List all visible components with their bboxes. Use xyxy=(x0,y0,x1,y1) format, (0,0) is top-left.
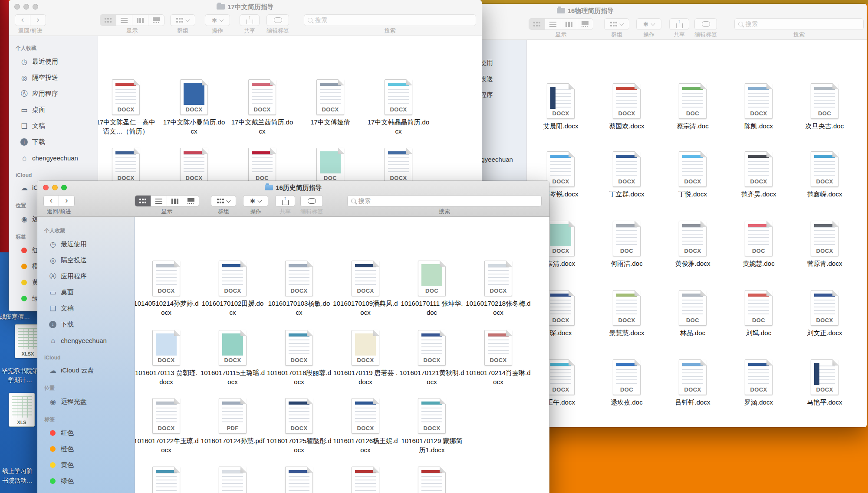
share-button[interactable] xyxy=(275,195,295,207)
sidebar-item-下载[interactable]: ↓下载 xyxy=(9,134,98,150)
file-item[interactable]: DOC逯玫孜.doc xyxy=(594,359,659,407)
back-button[interactable]: ‹ xyxy=(15,14,30,26)
sidebar-item-橙色[interactable]: 橙色 xyxy=(37,441,135,457)
file-item[interactable]: DOCX10160170133张艳珍.docx xyxy=(399,467,464,493)
group-button[interactable] xyxy=(604,18,629,30)
file-item[interactable]: DOCX吕钎钎.docx xyxy=(660,359,725,407)
sidebar-item-下载[interactable]: ↓下载 xyxy=(37,317,135,333)
file-item[interactable]: DOCX10160170131王丝语.docx xyxy=(266,467,332,493)
action-button[interactable]: ✱ xyxy=(205,14,230,26)
share-button[interactable] xyxy=(669,18,689,30)
file-item[interactable]: DOCX17中文戴兰茜简历.docx xyxy=(230,79,295,136)
file-item[interactable]: DOC刘斌.doc xyxy=(726,290,791,337)
desktop-file-icon[interactable]: XLS xyxy=(9,393,35,427)
file-item[interactable]: DOCX10160170122牛玉琼.docx xyxy=(135,398,199,454)
sidebar-item-应用程序[interactable]: Ⓐ应用程序 xyxy=(9,86,98,102)
file-item[interactable]: DOCX10160170103杨敏.docx xyxy=(266,261,332,317)
icon-view-button[interactable] xyxy=(529,19,545,29)
file-item[interactable]: DOCX10160170121黄秋明.docx xyxy=(399,330,464,386)
sidebar-item-chengyeechuan[interactable]: ⌂chengyeechuan xyxy=(9,150,98,166)
file-item[interactable]: DOCX17中文陈圣仁—高中语文…（简历） xyxy=(98,79,158,136)
file-item[interactable]: DOC蔡宗涛.doc xyxy=(660,83,725,131)
file-item[interactable]: DOCX范鑫嵘.docx xyxy=(792,151,857,199)
file-item[interactable]: DOCX10160170109潘典凤.docx xyxy=(333,261,398,317)
file-item[interactable]: DOCX10160170126杨王妮.docx xyxy=(333,398,398,454)
sidebar-item-iCloud 云盘[interactable]: ☁iCloud 云盘 xyxy=(37,362,135,379)
list-view-button[interactable] xyxy=(116,15,132,26)
file-item[interactable]: DOC何雨洁.doc xyxy=(594,221,659,268)
sidebar-item-文稿[interactable]: ❑文稿 xyxy=(9,118,98,134)
file-item[interactable]: DOCX丁立群.docx xyxy=(594,151,659,199)
sidebar-item-远程光盘[interactable]: ◉远程光盘 xyxy=(37,394,135,410)
edit-tags-button[interactable] xyxy=(694,18,717,30)
file-item[interactable]: DOC10160170130罗微.doc xyxy=(200,467,265,493)
file-item[interactable]: DOCX丁悦.docx xyxy=(660,151,725,199)
file-item[interactable]: DOCX10160170118段丽蓉.docx xyxy=(266,330,332,386)
edit-tags-button[interactable] xyxy=(300,195,323,207)
list-view-button[interactable] xyxy=(151,196,167,206)
gallery-view-button[interactable] xyxy=(577,19,593,29)
action-button[interactable]: ✱ xyxy=(243,195,268,207)
icon-view-button[interactable] xyxy=(100,15,116,26)
file-item[interactable]: DOC林晶.doc xyxy=(660,290,725,337)
sidebar-item-隔空投送[interactable]: ◎隔空投送 xyxy=(37,252,135,268)
group-button[interactable] xyxy=(170,14,195,26)
gallery-view-button[interactable] xyxy=(183,196,199,206)
icon-view-button[interactable] xyxy=(135,196,151,206)
file-item[interactable]: DOCX10160170129 蒙娜简历1.docx xyxy=(399,398,464,454)
file-item[interactable]: DOCX范齐昊.docx xyxy=(726,151,791,199)
file-item[interactable]: DOC10160170111 张坤华.doc xyxy=(399,261,464,317)
desktop-icon-label[interactable]: 学期计… xyxy=(0,375,41,385)
file-item[interactable]: PDF10160170124孙慧.pdf xyxy=(200,398,265,445)
file-item[interactable]: DOCX马艳平.docx xyxy=(792,359,857,407)
column-view-button[interactable] xyxy=(167,196,183,206)
file-item[interactable]: DOCX罗涵.docx xyxy=(726,359,791,407)
file-item[interactable]: DOCX菅原青.docx xyxy=(792,221,857,268)
file-item[interactable]: DOCX10160170115王璐瑶.docx xyxy=(200,330,265,386)
sidebar-item-桌面[interactable]: ▭桌面 xyxy=(9,102,98,118)
sidebar-item-应用程序[interactable]: Ⓐ应用程序 xyxy=(37,268,135,284)
sidebar-item-桌面[interactable]: ▭桌面 xyxy=(37,284,135,300)
sidebar-item-绿色[interactable]: 绿色 xyxy=(37,473,135,489)
forward-button[interactable]: › xyxy=(59,195,75,207)
file-item[interactable]: DOCX17中文陈小曼简历.docx xyxy=(161,79,227,136)
desktop-file-icon[interactable]: XLSX xyxy=(15,324,41,358)
desktop-icon-label[interactable]: 线上学习阶 xyxy=(0,467,38,476)
list-view-button[interactable] xyxy=(545,19,561,29)
file-item[interactable]: DOCX10160170113 贾朝瑾.docx xyxy=(135,330,199,386)
sidebar-item-红色[interactable]: 红色 xyxy=(37,425,135,441)
sidebar-item-最近使用[interactable]: ◷最近使用 xyxy=(9,54,98,70)
file-item[interactable]: DOCX10160170102田媛.docx xyxy=(200,261,265,317)
edit-tags-button[interactable] xyxy=(266,14,289,26)
sidebar-item-黄色[interactable]: 黄色 xyxy=(37,457,135,473)
file-item[interactable]: DOCX10160170214肖雯琳.docx xyxy=(466,330,531,386)
file-item[interactable]: DOCX艾晨阳.docx xyxy=(528,83,593,131)
file-item[interactable]: DOCX17中文傅娅倩 xyxy=(298,79,363,127)
file-item[interactable]: DOCX黄俊雅.docx xyxy=(660,221,725,268)
file-item[interactable]: DOC次旦央吉.doc xyxy=(792,83,857,131)
column-view-button[interactable] xyxy=(561,19,577,29)
search-input[interactable]: 搜索 xyxy=(734,18,864,30)
sidebar-item-文稿[interactable]: ❑文稿 xyxy=(37,300,135,317)
file-item[interactable]: DOC黄婉慧.doc xyxy=(726,221,791,268)
share-button[interactable] xyxy=(240,14,260,26)
sidebar-item-chengyeechuan[interactable]: ⌂chengyeechuan xyxy=(37,333,135,349)
sidebar-item-最近使用[interactable]: ◷最近使用 xyxy=(37,236,135,252)
finder-window-16-history[interactable]: 16历史简历指导 ‹ › 返回/前进 显示 xyxy=(37,181,549,493)
file-item[interactable]: DOCX景慧慧.docx xyxy=(594,290,659,337)
back-button[interactable]: ‹ xyxy=(43,195,59,207)
desktop-icon-label[interactable]: 书院活动… xyxy=(0,476,38,485)
desktop-icon-label[interactable]: 毕宪承书院第 xyxy=(0,366,41,375)
group-button[interactable] xyxy=(211,195,236,207)
file-item[interactable]: DOCX10160170119 唐若芸 .docx xyxy=(333,330,398,386)
file-item[interactable]: DOCX蔡国欢.docx xyxy=(594,83,659,131)
file-item[interactable]: DOCX10160170218张冬梅.docx xyxy=(466,261,531,317)
desktop-icon-label[interactable]: 战疫寒假… xyxy=(0,312,36,321)
file-item[interactable]: DOCX陈凯.docx xyxy=(726,83,791,131)
column-view-button[interactable] xyxy=(132,15,148,26)
sidebar-item-隔空投送[interactable]: ◎隔空投送 xyxy=(9,70,98,86)
gallery-view-button[interactable] xyxy=(148,15,164,26)
titlebar[interactable]: 17中文简历指导 xyxy=(9,0,482,13)
search-input[interactable]: 搜索 xyxy=(347,195,542,207)
titlebar[interactable]: 16历史简历指导 xyxy=(37,181,549,194)
